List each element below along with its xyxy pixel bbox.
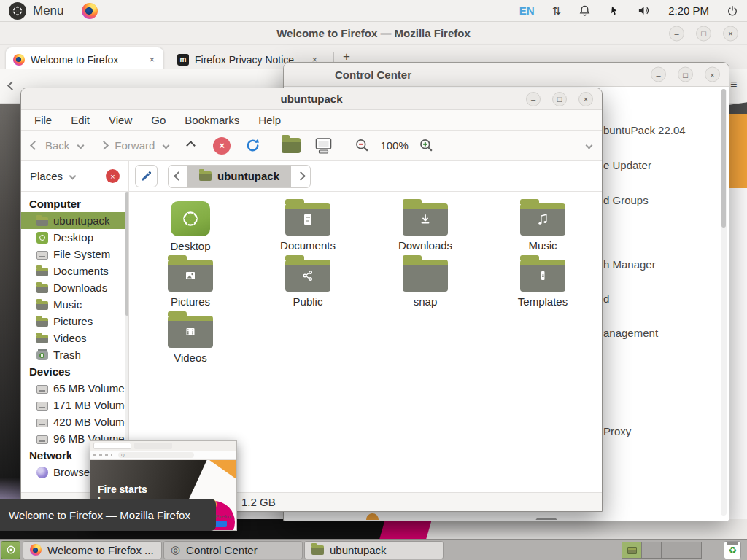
tab-close-icon[interactable]: × <box>147 54 156 65</box>
scrollbar[interactable] <box>721 89 727 516</box>
file-snap[interactable]: snap <box>382 254 469 308</box>
file-pictures[interactable]: Pictures <box>147 254 234 308</box>
up-icon[interactable] <box>187 141 196 150</box>
zoom-out-icon[interactable] <box>355 138 370 153</box>
computer-icon[interactable] <box>314 137 333 155</box>
forward-icon[interactable] <box>99 141 109 150</box>
back-button[interactable]: Back <box>45 139 69 152</box>
maximize-button[interactable]: □ <box>552 92 567 106</box>
hero-photo-edge <box>0 104 20 519</box>
control-center-icon: ◎ <box>171 543 180 556</box>
menu-go[interactable]: Go <box>151 114 166 126</box>
input-switch-icon[interactable]: ⇅ <box>552 4 562 18</box>
control-center-item-proxy[interactable]: Proxy <box>603 425 631 438</box>
maximize-button[interactable]: □ <box>678 67 693 82</box>
file-manager-titlebar[interactable]: ubuntupack – □ × <box>21 88 602 110</box>
places-dropdown[interactable]: Places <box>30 170 63 182</box>
menu-help[interactable]: Help <box>258 114 281 126</box>
scrollbar-thumb[interactable] <box>721 89 726 228</box>
control-center-titlebar[interactable]: Control Center – □ × <box>284 63 729 87</box>
taskbar-button-ubuntupack[interactable]: ubuntupack <box>304 541 444 559</box>
firefox-launcher-icon[interactable] <box>82 3 98 19</box>
file-videos[interactable]: Videos <box>147 310 234 364</box>
close-button[interactable]: × <box>578 92 593 106</box>
clock[interactable]: 2:20 PM <box>668 4 709 17</box>
menu-label: Menu <box>33 4 64 18</box>
back-history-dropdown-icon[interactable] <box>77 142 85 149</box>
sidebar-item-videos[interactable]: Videos <box>21 330 128 346</box>
sidebar-item-downloads[interactable]: Downloads <box>21 279 128 296</box>
places-dropdown-icon[interactable] <box>69 173 77 180</box>
firefox-titlebar[interactable]: Welcome to Firefox — Mozilla Firefox – □… <box>0 22 747 45</box>
workspace-4[interactable] <box>681 542 701 558</box>
control-center-item-e-updater[interactable]: e Updater <box>603 159 651 172</box>
file-documents[interactable]: Documents <box>264 198 352 252</box>
close-button[interactable]: × <box>723 26 738 41</box>
edit-location-button[interactable] <box>135 165 158 187</box>
control-center-item-anagement[interactable]: anagement <box>603 327 658 340</box>
file-public[interactable]: Public <box>264 254 352 308</box>
trash-applet-icon[interactable]: ♻ <box>724 541 741 559</box>
sidebar-item-trash[interactable]: Trash <box>21 346 128 363</box>
show-desktop-button[interactable] <box>1 541 20 559</box>
file-templates[interactable]: Templates <box>499 254 587 308</box>
minimize-button[interactable]: – <box>526 92 541 106</box>
sidebar-item-ubuntupack[interactable]: ubuntupack <box>21 212 128 229</box>
sidebar-item-pictures[interactable]: Pictures <box>21 313 128 330</box>
zoom-in-icon[interactable] <box>419 138 434 153</box>
notifications-bell-icon[interactable] <box>578 4 591 17</box>
menu-view[interactable]: View <box>109 114 132 126</box>
video-folder-icon <box>168 316 213 348</box>
sidebar-item-420-mb-volume[interactable]: 420 MB Volume <box>21 413 128 430</box>
control-center-item-h-manager[interactable]: h Manager <box>603 258 656 271</box>
sidebar-item-file-system[interactable]: File System <box>21 246 128 262</box>
maximize-button[interactable]: □ <box>696 26 711 41</box>
volume-icon[interactable] <box>637 4 651 17</box>
taskbar-button-firefox[interactable]: Welcome to Firefox ... <box>23 541 162 559</box>
hamburger-menu-icon[interactable]: ≡ <box>730 78 737 91</box>
home-folder-icon[interactable] <box>282 138 301 153</box>
workspace-3[interactable] <box>662 542 681 558</box>
sidebar-item-documents[interactable]: Documents <box>21 262 128 279</box>
refresh-icon[interactable] <box>245 138 260 153</box>
menu-button[interactable]: Menu <box>4 1 69 21</box>
menu-file[interactable]: File <box>34 114 52 126</box>
forward-button[interactable]: Forward <box>115 139 155 152</box>
scrollbar-thumb[interactable] <box>125 192 128 316</box>
sidebar-item-171-mb-volume[interactable]: 171 MB Volume <box>21 397 128 413</box>
sidebar-item-music[interactable]: Music <box>21 296 128 313</box>
menu-bookmarks[interactable]: Bookmarks <box>185 114 239 126</box>
file-music[interactable]: Music <box>499 198 587 252</box>
top-panel: Menu EN ⇅ 2:20 PM <box>0 0 747 22</box>
minimize-button[interactable]: – <box>651 67 666 82</box>
file-desktop[interactable]: Desktop <box>147 198 234 252</box>
close-side-pane-icon[interactable]: × <box>106 169 120 183</box>
breadcrumb-forward-icon[interactable] <box>291 166 310 187</box>
workspace-1[interactable] <box>622 542 642 558</box>
firefox-window-title: Welcome to Firefox — Mozilla Firefox <box>276 27 471 39</box>
breadcrumb-current[interactable]: ubuntupack <box>187 166 291 187</box>
minimize-button[interactable]: – <box>669 26 684 41</box>
breadcrumb-back-icon[interactable] <box>169 166 187 187</box>
control-center-item-buntupack-22-04[interactable]: buntuPack 22.04 <box>603 124 686 137</box>
taskbar-button-control-center[interactable]: ◎ Control Center <box>163 541 303 559</box>
pointer-icon[interactable] <box>608 5 619 17</box>
back-icon[interactable] <box>7 81 17 90</box>
toolbar-overflow-icon[interactable] <box>586 142 593 149</box>
workspace-2[interactable] <box>642 542 662 558</box>
breadcrumb: ubuntupack <box>129 161 602 191</box>
file-downloads[interactable]: Downloads <box>382 198 469 252</box>
power-icon[interactable] <box>727 5 738 17</box>
sidebar-item-desktop[interactable]: Desktop <box>21 229 128 246</box>
sidebar-item-65-mb-volume[interactable]: 65 MB Volume <box>21 380 128 397</box>
firefox-tab-icon <box>13 54 25 66</box>
stop-icon[interactable]: × <box>213 137 231 155</box>
control-center-item-d-groups[interactable]: d Groups <box>603 194 649 207</box>
back-icon[interactable] <box>30 141 39 150</box>
tab-welcome-to-firefox[interactable]: Welcome to Firefox × <box>6 47 163 71</box>
forward-history-dropdown-icon[interactable] <box>163 142 170 149</box>
control-center-item-d[interactable]: d <box>603 292 609 306</box>
close-button[interactable]: × <box>705 67 720 82</box>
menu-edit[interactable]: Edit <box>71 114 90 126</box>
keyboard-layout-indicator[interactable]: EN <box>519 4 535 17</box>
